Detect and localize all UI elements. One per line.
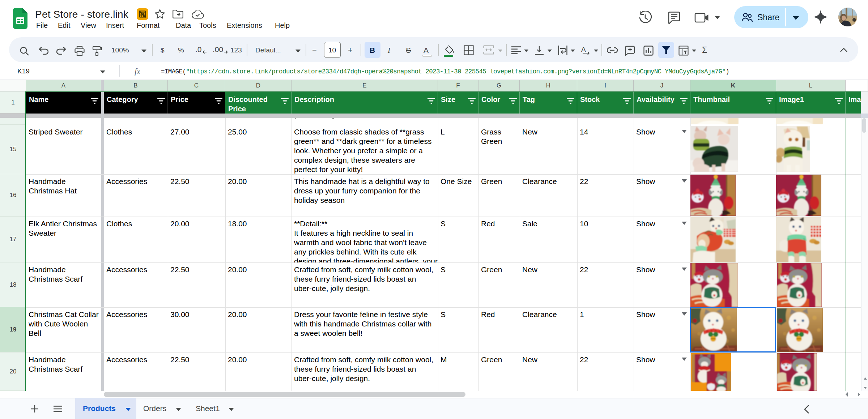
svg-text:A: A [581, 46, 586, 53]
svg-text:.00: .00 [213, 46, 223, 54]
svg-text:.0: .0 [195, 46, 202, 54]
